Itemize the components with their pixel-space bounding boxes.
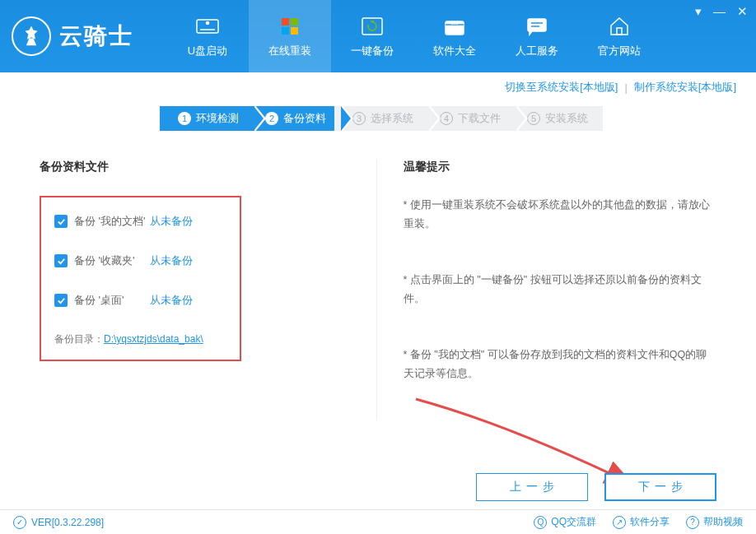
backup-item-favorites: 备份 '收藏夹' 从未备份 <box>54 253 226 268</box>
prev-button[interactable]: 上一步 <box>476 473 588 501</box>
close-button[interactable]: ✕ <box>737 5 748 17</box>
tips-title: 温馨提示 <box>404 160 717 174</box>
usb-icon <box>193 15 222 38</box>
svg-rect-15 <box>617 28 622 35</box>
nav-software[interactable]: 软件大全 <box>413 0 496 72</box>
sublinks-bar: 切换至系统安装[本地版] | 制作系统安装[本地版] <box>0 72 756 102</box>
step-indicator: 1环境检测 2备份资料 3选择系统 4下载文件 5安装系统 <box>0 102 756 135</box>
nav-backup[interactable]: 一键备份 <box>331 0 413 72</box>
version-info[interactable]: ✓ VER[0.3.22.298] <box>13 516 104 529</box>
footer-qq-group[interactable]: QQQ交流群 <box>534 515 596 529</box>
check-icon: ✓ <box>13 516 26 529</box>
backup-dir-link[interactable]: D:\yqsxtzjds\data_bak\ <box>104 333 203 345</box>
step-1: 1环境检测 <box>160 106 254 131</box>
nav-online-reinstall[interactable]: 在线重装 <box>249 0 331 72</box>
footer-share[interactable]: ↗软件分享 <box>613 515 670 529</box>
svg-rect-12 <box>528 19 546 31</box>
svg-point-11 <box>456 22 458 24</box>
footer-help[interactable]: ?帮助视频 <box>686 515 743 529</box>
logo-icon <box>12 16 51 56</box>
window-controls: ▾ — ✕ <box>695 5 748 17</box>
chat-icon <box>522 15 552 38</box>
action-buttons: 上一步 下一步 <box>476 473 716 501</box>
tips-panel: 温馨提示 * 使用一键重装系统不会破坏系统盘以外的其他盘的数据，请放心重装。 *… <box>377 160 717 420</box>
settings-icon[interactable]: ▾ <box>695 5 702 17</box>
svg-point-10 <box>454 22 455 24</box>
link-make-local[interactable]: 制作系统安装[本地版] <box>634 80 736 95</box>
svg-rect-7 <box>362 18 382 35</box>
svg-rect-4 <box>291 18 298 26</box>
backup-list-box: 备份 '我的文档' 从未备份 备份 '收藏夹' 从未备份 备份 '桌面' 从未备… <box>40 196 241 361</box>
backup-title: 备份资料文件 <box>40 160 353 174</box>
footer-bar: ✓ VER[0.3.22.298] QQQ交流群 ↗软件分享 ?帮助视频 <box>0 509 756 534</box>
svg-rect-5 <box>282 27 289 35</box>
qq-icon: Q <box>534 516 547 529</box>
tip-1: * 使用一键重装系统不会破坏系统盘以外的其他盘的数据，请放心重装。 <box>404 196 717 233</box>
svg-point-1 <box>207 21 209 24</box>
status-documents[interactable]: 从未备份 <box>150 214 193 229</box>
checkbox-desktop[interactable] <box>54 294 68 307</box>
main-content: 备份资料文件 备份 '我的文档' 从未备份 备份 '收藏夹' 从未备份 备份 '… <box>0 160 756 420</box>
main-nav: U盘启动 在线重装 一键备份 软件大全 人工服务 官方网站 <box>166 0 660 72</box>
status-desktop[interactable]: 从未备份 <box>150 293 193 308</box>
tips-content: * 使用一键重装系统不会破坏系统盘以外的其他盘的数据，请放心重装。 * 点击界面… <box>404 196 717 383</box>
share-icon: ↗ <box>613 516 626 529</box>
checkbox-documents[interactable] <box>54 215 68 228</box>
svg-rect-3 <box>282 18 289 26</box>
checkbox-favorites[interactable] <box>54 254 68 267</box>
refresh-icon <box>357 15 387 38</box>
nav-website[interactable]: 官方网站 <box>578 0 660 72</box>
backup-item-desktop: 备份 '桌面' 从未备份 <box>54 293 226 308</box>
nav-usb-boot[interactable]: U盘启动 <box>166 0 249 72</box>
svg-point-9 <box>451 22 453 24</box>
box-icon <box>440 15 469 38</box>
minimize-button[interactable]: — <box>713 5 726 17</box>
backup-directory: 备份目录：D:\yqsxtzjds\data_bak\ <box>54 332 226 346</box>
windows-icon <box>275 15 305 38</box>
link-switch-local[interactable]: 切换至系统安装[本地版] <box>505 80 618 95</box>
status-favorites[interactable]: 从未备份 <box>150 253 193 268</box>
app-header: 云骑士 U盘启动 在线重装 一键备份 软件大全 人工服务 官方网站 ▾ — <box>0 0 756 72</box>
tip-3: * 备份 "我的文档" 可以备份存放到我的文档的资料文件和QQ的聊天记录等信息。 <box>404 346 717 383</box>
app-title: 云骑士 <box>59 21 133 52</box>
next-button[interactable]: 下一步 <box>604 473 716 501</box>
tip-2: * 点击界面上的 "一键备份" 按钮可以选择还原以前备份的资料文件。 <box>404 271 717 308</box>
backup-panel: 备份资料文件 备份 '我的文档' 从未备份 备份 '收藏夹' 从未备份 备份 '… <box>40 160 377 420</box>
nav-support[interactable]: 人工服务 <box>496 0 578 72</box>
home-icon <box>604 15 634 38</box>
logo: 云骑士 <box>12 16 133 56</box>
help-icon: ? <box>686 516 699 529</box>
svg-rect-6 <box>291 27 298 35</box>
backup-item-documents: 备份 '我的文档' 从未备份 <box>54 214 226 229</box>
